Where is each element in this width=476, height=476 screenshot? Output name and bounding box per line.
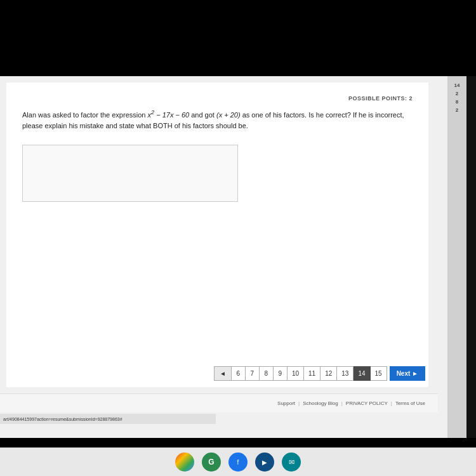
content-area: POSSIBLE POINTS: 2 Alan was asked to fac…: [0, 76, 447, 438]
page-13-button[interactable]: 13: [337, 366, 354, 381]
page-12-button[interactable]: 12: [321, 366, 337, 381]
question-text-before: Alan was asked to factor the expression: [22, 111, 148, 119]
teal-app-icon[interactable]: ✉: [282, 453, 301, 472]
question-text-middle: and got: [191, 111, 216, 119]
footer-privacy-policy-link[interactable]: PRIVACY POLICY: [346, 400, 388, 406]
darkblue-app-icon[interactable]: ▶: [255, 453, 274, 472]
footer-schoology-blog-link[interactable]: Schoology Blog: [303, 400, 338, 406]
answer-input-box[interactable]: [22, 145, 238, 202]
sidebar-num-8: 8: [456, 99, 458, 105]
footer-bar: Support | Schoology Blog | PRIVACY POLIC…: [0, 393, 438, 413]
page-14-button[interactable]: 14: [354, 366, 370, 381]
question-text: Alan was asked to factor the expression …: [22, 108, 413, 132]
screen-area: POSSIBLE POINTS: 2 Alan was asked to fac…: [0, 76, 466, 438]
green-app-icon[interactable]: G: [202, 453, 221, 472]
right-sidebar: 14 2 8 2: [447, 76, 466, 438]
possible-points-label: POSSIBLE POINTS: 2: [22, 95, 413, 102]
sidebar-num-2: 2: [456, 91, 458, 96]
next-page-button[interactable]: Next ►: [390, 366, 425, 381]
sidebar-num-14: 14: [454, 83, 460, 88]
question-expression: x2 − 17x − 60: [148, 111, 192, 119]
footer-terms-link[interactable]: Terms of Use: [395, 400, 425, 406]
page-9-button[interactable]: 9: [274, 366, 288, 381]
question-factor: (x + 20): [216, 111, 241, 119]
footer-support-link[interactable]: Support: [277, 400, 295, 406]
footer-sep-1: |: [298, 400, 300, 406]
page-15-button[interactable]: 15: [371, 366, 387, 381]
footer-sep-3: |: [391, 400, 392, 406]
prev-page-button[interactable]: ◄: [214, 366, 232, 381]
pagination-bar: ◄ 6 7 8 9 10 11 12 13 14 15 Next ►: [214, 366, 425, 381]
footer-sep-2: |: [341, 400, 343, 406]
top-black-bar: [0, 0, 476, 76]
blue-app-icon[interactable]: f: [228, 453, 248, 472]
white-panel: POSSIBLE POINTS: 2 Alan was asked to fac…: [6, 83, 428, 387]
page-11-button[interactable]: 11: [304, 366, 321, 381]
sidebar-num-2b: 2: [456, 107, 458, 113]
right-black-strip: [466, 76, 476, 438]
page-8-button[interactable]: 8: [260, 366, 274, 381]
page-6-button[interactable]: 6: [232, 366, 246, 381]
chrome-icon[interactable]: [175, 453, 194, 472]
taskbar: G f ▶ ✉: [0, 447, 476, 476]
url-text: art/49084415997action=resume&submissionI…: [3, 417, 122, 421]
url-bar: art/49084415997action=resume&submissionI…: [0, 414, 216, 424]
page-10-button[interactable]: 10: [288, 366, 304, 381]
page-7-button[interactable]: 7: [246, 366, 260, 381]
